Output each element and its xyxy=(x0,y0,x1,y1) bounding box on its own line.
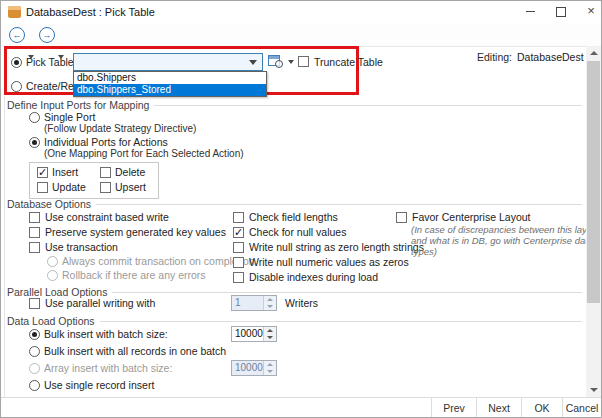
minimize-icon xyxy=(526,11,535,12)
group-title: Define Input Ports for Mapping xyxy=(7,99,154,111)
minimize-button[interactable] xyxy=(517,1,545,22)
spin-up-icon xyxy=(264,361,276,368)
single-record-label: Use single record insert xyxy=(44,379,154,391)
window-title: DatabaseDest : Pick Table xyxy=(26,6,155,18)
single-port-radio[interactable] xyxy=(29,112,40,123)
scroll-up-icon[interactable] xyxy=(586,46,601,61)
pick-table-radio[interactable] xyxy=(11,57,22,68)
parallel-writing-checkbox[interactable] xyxy=(29,298,40,309)
individual-ports-radio[interactable] xyxy=(29,137,40,148)
scroll-down-icon[interactable] xyxy=(586,382,601,397)
divider xyxy=(4,96,5,397)
update-label: Update xyxy=(52,181,86,193)
preserve-keys-label: Preserve system generated key values xyxy=(45,226,226,238)
bulk-batch-spinner[interactable]: 10000 xyxy=(231,326,277,342)
array-insert-radio[interactable] xyxy=(29,363,40,374)
spin-up-icon xyxy=(264,296,276,303)
dropdown-option[interactable]: dbo.Shippers xyxy=(74,72,266,84)
commit-on-completion-radio[interactable] xyxy=(47,256,58,267)
use-transaction-label: Use transaction xyxy=(45,241,118,253)
dropdown-option-selected[interactable]: dbo.Shippers_Stored xyxy=(74,84,266,96)
delete-checkbox[interactable] xyxy=(100,167,111,178)
pick-table-dialog: DatabaseDest : Pick Table × ← → Editing:… xyxy=(0,0,602,418)
array-insert-label: Array insert with batch size: xyxy=(44,362,172,374)
spin-down-icon xyxy=(264,303,276,310)
favor-layout-checkbox[interactable] xyxy=(396,212,407,223)
bulk-one-batch-radio[interactable] xyxy=(29,346,40,357)
spinner-buttons[interactable] xyxy=(263,327,276,341)
writers-spinner[interactable]: 1 xyxy=(231,295,277,311)
truncate-table-checkbox[interactable] xyxy=(298,56,309,67)
constraint-write-checkbox[interactable] xyxy=(29,212,40,223)
editing-value: DatabaseDest xyxy=(517,51,589,63)
vertical-scrollbar[interactable] xyxy=(586,46,601,397)
maximize-button[interactable] xyxy=(547,1,575,22)
commit-on-completion-label: Always commit transaction on completion xyxy=(62,255,255,267)
upsert-checkbox[interactable] xyxy=(100,182,111,193)
ok-button[interactable]: OK xyxy=(521,398,562,418)
parallel-writing-label: Use parallel writing with xyxy=(45,297,155,309)
spinner-buttons[interactable] xyxy=(263,296,276,310)
close-button[interactable]: × xyxy=(577,1,602,22)
pick-table-combobox[interactable] xyxy=(73,53,263,71)
editing-label: Editing: xyxy=(477,51,512,63)
array-insert-spinner[interactable]: 10000 xyxy=(231,360,277,376)
upsert-label: Upsert xyxy=(115,181,146,193)
footer-bar: Prev Next OK Cancel xyxy=(1,397,601,418)
group-title: Data Load Options xyxy=(7,315,100,327)
app-icon xyxy=(8,6,21,18)
chevron-down-icon xyxy=(249,60,257,65)
group-title: Database Options xyxy=(7,198,96,210)
array-insert-value: 10000 xyxy=(232,361,263,375)
single-port-label: Single Port xyxy=(44,111,95,123)
pick-table-radio-label: Pick Table : xyxy=(26,56,80,68)
next-button[interactable]: Next xyxy=(476,398,521,418)
maximize-icon xyxy=(556,7,566,17)
disable-indexes-checkbox[interactable] xyxy=(233,272,244,283)
update-checkbox[interactable] xyxy=(37,182,48,193)
preview-dropdown-caret-icon[interactable] xyxy=(288,60,294,64)
spin-up-icon xyxy=(264,327,276,334)
preserve-keys-checkbox[interactable] xyxy=(29,227,40,238)
spin-down-icon xyxy=(264,368,276,375)
individual-ports-subtext: (One Mapping Port for Each Selected Acti… xyxy=(44,148,244,160)
spinner-buttons[interactable] xyxy=(263,361,276,375)
cancel-button[interactable]: Cancel xyxy=(562,398,601,418)
forward-button[interactable]: → xyxy=(39,27,55,43)
bulk-batch-label: Bulk insert with batch size: xyxy=(44,328,168,340)
editing-selector[interactable]: Editing: DatabaseDest xyxy=(477,48,595,66)
back-button[interactable]: ← xyxy=(9,27,25,43)
individual-ports-label: Individual Ports for Actions xyxy=(44,136,168,148)
disable-indexes-label: Disable indexes during load xyxy=(249,271,378,283)
rollback-on-errors-label: Rollback if there are any errors xyxy=(62,269,206,281)
toolbar: ← → Editing: DatabaseDest xyxy=(1,23,601,46)
check-null-values-checkbox[interactable] xyxy=(233,227,244,238)
scrollbar-thumb[interactable] xyxy=(587,61,600,303)
preview-table-button[interactable] xyxy=(267,54,285,70)
insert-checkbox[interactable] xyxy=(37,167,48,178)
prev-button[interactable]: Prev xyxy=(431,398,476,418)
writers-value: 1 xyxy=(232,296,263,310)
check-null-values-label: Check for null values xyxy=(249,226,346,238)
divider xyxy=(359,46,586,47)
bulk-batch-radio[interactable] xyxy=(29,329,40,340)
use-transaction-checkbox[interactable] xyxy=(29,242,40,253)
null-numeric-checkbox[interactable] xyxy=(233,257,244,268)
single-record-radio[interactable] xyxy=(29,380,40,391)
bulk-batch-value: 10000 xyxy=(232,327,263,341)
single-port-subtext: (Follow Update Strategy Directive) xyxy=(44,123,196,135)
constraint-write-label: Use constraint based write xyxy=(45,211,169,223)
title-bar: DatabaseDest : Pick Table × xyxy=(1,1,601,23)
spin-down-icon xyxy=(264,334,276,341)
null-string-checkbox[interactable] xyxy=(233,242,244,253)
create-replace-radio[interactable] xyxy=(11,81,22,92)
group-database-options: Database Options xyxy=(7,198,582,210)
table-search-icon xyxy=(268,55,280,66)
rollback-on-errors-radio[interactable] xyxy=(47,270,58,281)
insert-label: Insert xyxy=(52,166,78,178)
check-field-lengths-checkbox[interactable] xyxy=(233,212,244,223)
null-numeric-label: Write null numeric values as zeros xyxy=(249,256,409,268)
truncate-table-label: Truncate Table xyxy=(314,56,383,68)
favor-layout-label: Favor Centerprise Layout xyxy=(412,211,530,223)
check-field-lengths-label: Check field lengths xyxy=(249,211,338,223)
